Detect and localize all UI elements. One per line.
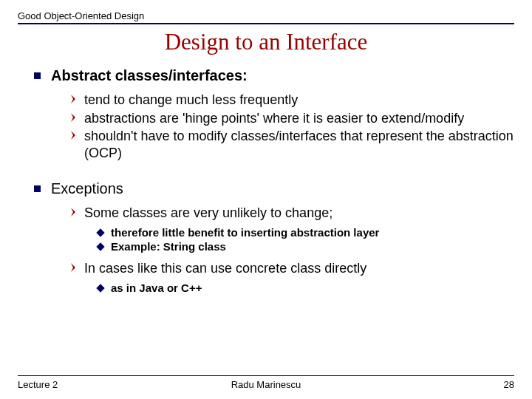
- diamond-bullet-icon: [96, 243, 104, 251]
- square-bullet-icon: [34, 72, 41, 79]
- slide: Good Object-Oriented Design Design to an…: [0, 0, 532, 399]
- arrow-text: tend to change much less frequently: [84, 92, 298, 109]
- arrow-list-exceptions-2: In cases like this can use concrete clas…: [69, 260, 514, 277]
- list-item: therefore little benefit to inserting ab…: [98, 226, 514, 240]
- arrow-text: Some classes are very unlikely to change…: [84, 205, 332, 222]
- diamond-text: as in Java or C++: [111, 282, 202, 296]
- bullet-exceptions: Exceptions: [34, 180, 514, 197]
- list-item: In cases like this can use concrete clas…: [69, 260, 514, 277]
- list-item: shouldn't have to modify classes/interfa…: [69, 128, 514, 161]
- arrow-list-abstract: tend to change much less frequently abst…: [69, 92, 514, 161]
- list-item: Some classes are very unlikely to change…: [69, 205, 514, 222]
- list-item: tend to change much less frequently: [69, 92, 514, 109]
- footer: Lecture 2 Radu Marinescu 28: [18, 375, 514, 390]
- bullet-abstract: Abstract classes/interfaces:: [34, 67, 514, 84]
- arrow-text: abstractions are 'hinge points' where it…: [84, 110, 464, 127]
- footer-center: Radu Marinescu: [18, 379, 514, 390]
- arrow-icon: [69, 129, 78, 143]
- diamond-bullet-icon: [96, 284, 104, 292]
- list-item: abstractions are 'hinge points' where it…: [69, 110, 514, 127]
- arrow-list-exceptions: Some classes are very unlikely to change…: [69, 205, 514, 222]
- arrow-icon: [69, 93, 78, 106]
- diamond-text: Example: String class: [111, 240, 226, 254]
- diamond-list-2: as in Java or C++: [98, 282, 514, 296]
- slide-title: Design to an Interface: [18, 29, 514, 55]
- arrow-icon: [69, 206, 78, 219]
- footer-row: Lecture 2 Radu Marinescu 28: [18, 379, 514, 390]
- diamond-list-1: therefore little benefit to inserting ab…: [98, 226, 514, 255]
- arrow-icon: [69, 112, 78, 125]
- header-rule: [18, 23, 514, 24]
- diamond-bullet-icon: [96, 228, 104, 236]
- arrow-text: In cases like this can use concrete clas…: [84, 260, 366, 277]
- arrow-text: shouldn't have to modify classes/interfa…: [84, 128, 514, 161]
- footer-rule: [18, 375, 514, 376]
- bullet-exceptions-label: Exceptions: [51, 180, 123, 197]
- square-bullet-icon: [34, 185, 41, 192]
- list-item: as in Java or C++: [98, 282, 514, 296]
- diamond-text: therefore little benefit to inserting ab…: [111, 226, 379, 240]
- header-label: Good Object-Oriented Design: [18, 10, 514, 21]
- bullet-abstract-label: Abstract classes/interfaces:: [51, 67, 248, 84]
- arrow-icon: [69, 262, 78, 275]
- list-item: Example: String class: [98, 240, 514, 254]
